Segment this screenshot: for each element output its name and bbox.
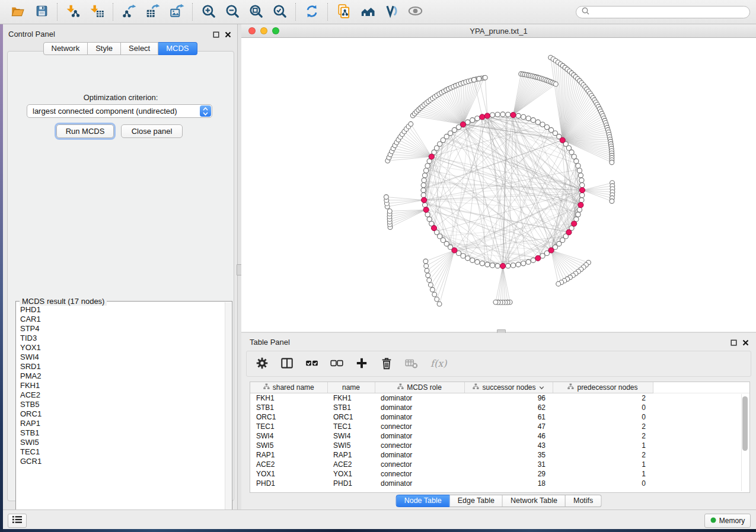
cell-shared-name[interactable]: ACE2 (250, 460, 327, 469)
network-window-titlebar[interactable]: YPA_prune.txt_1 (241, 24, 756, 38)
mcds-result-item[interactable]: STB5 (17, 400, 225, 409)
table-row[interactable]: RAP1RAP1dominator352 (250, 450, 750, 460)
network-overview-button[interactable] (356, 2, 379, 22)
float-panel-icon[interactable] (731, 338, 737, 348)
cell-successor-nodes[interactable]: 43 (464, 441, 553, 450)
cell-shared-name[interactable]: SWI5 (250, 441, 327, 450)
cell-shared-name[interactable]: PHD1 (250, 479, 327, 488)
column-header-shared-name[interactable]: shared name (250, 382, 327, 393)
cell-successor-nodes[interactable]: 96 (464, 393, 553, 403)
table-row[interactable]: YOX1YOX1connector291 (250, 469, 750, 479)
cell-predecessor-nodes[interactable]: 1 (553, 460, 653, 469)
float-panel-icon[interactable] (213, 30, 219, 40)
close-panel-icon[interactable] (225, 30, 231, 40)
cell-successor-nodes[interactable]: 18 (464, 479, 553, 488)
cell-name[interactable]: ACE2 (327, 460, 375, 469)
table-row[interactable]: TEC1TEC1connector472 (250, 422, 750, 431)
tab-select[interactable]: Select (121, 42, 158, 55)
cell-name[interactable]: SWI5 (327, 441, 375, 450)
zoom-selected-region-button[interactable] (268, 2, 292, 22)
search-input[interactable] (591, 7, 749, 18)
export-network-button[interactable] (117, 2, 141, 22)
cell-successor-nodes[interactable]: 31 (464, 460, 553, 469)
open-session-button[interactable] (6, 2, 30, 22)
cell-MCDS-role[interactable]: dominator (375, 479, 464, 488)
mcds-result-item[interactable]: SRD1 (17, 362, 225, 371)
node-table[interactable]: shared namenameMCDS rolesuccessor nodesp… (250, 382, 750, 493)
mcds-result-item[interactable]: YOX1 (17, 343, 225, 352)
cell-successor-nodes[interactable]: 61 (464, 412, 553, 422)
cell-predecessor-nodes[interactable]: 0 (553, 403, 653, 412)
mcds-result-item[interactable]: TEC1 (17, 447, 225, 457)
mcds-result-item[interactable]: PMA2 (17, 371, 225, 381)
optimization-criterion-dropdown[interactable]: largest connected component (undirected) (27, 104, 212, 118)
cell-name[interactable]: STB1 (327, 403, 375, 412)
mcds-result-item[interactable]: GCR1 (17, 457, 225, 466)
table-row[interactable]: SWI5SWI5connector431 (250, 441, 750, 450)
cell-shared-name[interactable]: FKH1 (250, 393, 327, 403)
mcds-result-list[interactable]: PHD1CAR1STP4TID3YOX1SWI4SRD1PMA2FKH1ACE2… (17, 305, 225, 520)
save-session-button[interactable] (30, 2, 53, 22)
result-list-scrollbar[interactable] (225, 302, 231, 520)
cell-shared-name[interactable]: ORC1 (250, 412, 327, 422)
cell-name[interactable]: FKH1 (327, 393, 375, 403)
cell-shared-name[interactable]: YOX1 (250, 469, 327, 479)
cell-name[interactable]: SWI4 (327, 431, 375, 441)
cell-successor-nodes[interactable]: 47 (464, 422, 553, 431)
mcds-result-item[interactable]: PHD1 (17, 305, 225, 315)
import-network-from-file-button[interactable] (62, 2, 85, 22)
cell-MCDS-role[interactable]: connector (375, 460, 464, 469)
vizmapper-button[interactable] (379, 2, 403, 22)
export-table-button[interactable] (141, 2, 165, 22)
zoom-in-button[interactable] (197, 2, 221, 22)
run-mcds-button[interactable]: Run MCDS (56, 124, 114, 138)
table-row[interactable]: PHD1PHD1dominator180 (250, 479, 750, 488)
cell-shared-name[interactable]: SWI4 (250, 431, 327, 441)
task-history-button[interactable] (8, 514, 27, 528)
import-table-from-file-button[interactable] (85, 2, 109, 22)
tab-network-table[interactable]: Network Table (503, 495, 566, 507)
mcds-result-item[interactable]: SWI4 (17, 352, 225, 362)
cell-name[interactable]: ORC1 (327, 412, 375, 422)
table-row[interactable]: ACE2ACE2connector311 (250, 460, 750, 469)
cell-predecessor-nodes[interactable]: 2 (553, 450, 653, 460)
search-box[interactable] (576, 6, 750, 18)
mcds-result-item[interactable]: STB1 (17, 428, 225, 438)
cell-name[interactable]: YOX1 (327, 469, 375, 479)
cell-predecessor-nodes[interactable]: 2 (553, 431, 653, 441)
table-settings-button[interactable] (254, 355, 270, 372)
refresh-network-view-button[interactable] (300, 2, 324, 22)
cell-name[interactable]: TEC1 (327, 422, 375, 431)
cell-MCDS-role[interactable]: dominator (375, 412, 464, 422)
tab-style[interactable]: Style (88, 42, 121, 55)
zoom-out-button[interactable] (221, 2, 244, 22)
column-header-predecessor-nodes[interactable]: predecessor nodes (553, 382, 653, 393)
tab-motifs[interactable]: Motifs (566, 495, 601, 507)
cell-MCDS-role[interactable]: connector (375, 441, 464, 450)
cell-predecessor-nodes[interactable]: 0 (553, 479, 653, 488)
select-all-rows-button[interactable] (304, 355, 320, 372)
table-scrollbar-thumb[interactable] (742, 396, 748, 451)
cell-successor-nodes[interactable]: 29 (464, 469, 553, 479)
table-row[interactable]: FKH1FKH1dominator962 (250, 393, 750, 403)
cell-name[interactable]: PHD1 (327, 479, 375, 488)
column-header-MCDS-role[interactable]: MCDS role (375, 382, 464, 393)
cell-predecessor-nodes[interactable]: 1 (553, 469, 653, 479)
cell-MCDS-role[interactable]: dominator (375, 393, 464, 403)
tab-edge-table[interactable]: Edge Table (450, 495, 503, 507)
cell-successor-nodes[interactable]: 62 (464, 403, 553, 412)
tab-network[interactable]: Network (43, 42, 88, 55)
network-canvas[interactable] (241, 38, 756, 332)
mcds-result-item[interactable]: ORC1 (17, 409, 225, 419)
zoom-fit-content-button[interactable] (244, 2, 268, 22)
deselect-all-rows-button[interactable] (328, 355, 345, 372)
export-image-button[interactable] (165, 2, 189, 22)
table-row[interactable]: SWI4SWI4dominator462 (250, 431, 750, 441)
cell-MCDS-role[interactable]: dominator (375, 403, 464, 412)
mcds-result-item[interactable]: FKH1 (17, 381, 225, 390)
mcds-result-item[interactable]: CAR1 (17, 315, 225, 324)
toggle-columns-button[interactable] (279, 355, 295, 372)
tab-node-table[interactable]: Node Table (396, 495, 450, 507)
cell-name[interactable]: RAP1 (327, 450, 375, 460)
cell-shared-name[interactable]: RAP1 (250, 450, 327, 460)
